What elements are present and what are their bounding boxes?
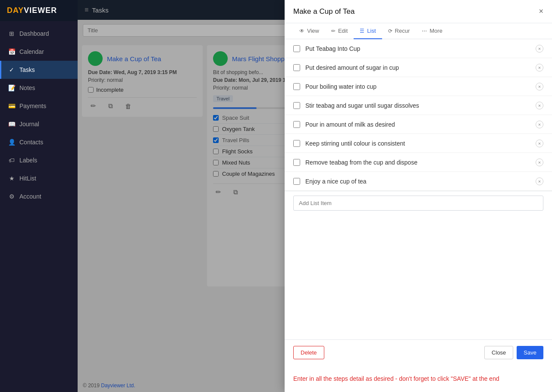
sidebar-item-label: Account [19, 193, 41, 200]
list-item-text: Enjoy a nice cup of tea [305, 178, 530, 185]
sidebar-item-hitlist[interactable]: ★ HitList [0, 169, 78, 187]
list-item-remove-button[interactable]: × [536, 82, 543, 90]
modal-footer-right: Close Save [484, 346, 543, 359]
account-icon: ⚙ [8, 193, 15, 200]
tab-recur[interactable]: ⟳ Recur [382, 23, 416, 39]
sidebar-item-label: Notes [19, 84, 35, 91]
list-item-checkbox[interactable] [293, 102, 300, 109]
tab-more[interactable]: ⋯ More [416, 23, 448, 39]
list-row: Keep stirring until colour is consistent… [285, 134, 552, 153]
dashboard-icon: ⊞ [8, 30, 15, 37]
list-item-text: Put Teabag Into Cup [305, 45, 530, 52]
list-item-text: Put desired amount of sugar in cup [305, 64, 530, 71]
list-item-remove-button[interactable]: × [536, 63, 543, 72]
modal-header: Make a Cup of Tea × [285, 0, 552, 23]
payments-icon: 💳 [8, 103, 15, 109]
list-item-text: Keep stirring until colour is consistent [305, 140, 530, 147]
tab-edit-label: Edit [338, 28, 348, 34]
edit-tab-icon: ✏ [331, 28, 336, 34]
labels-icon: 🏷 [8, 157, 15, 164]
list-item-checkbox[interactable] [293, 140, 300, 147]
sidebar-item-label: Dashboard [19, 30, 49, 37]
sidebar-item-label: HitList [19, 175, 36, 182]
list-item-remove-button[interactable]: × [536, 101, 543, 109]
sidebar-item-labels[interactable]: 🏷 Labels [0, 151, 78, 169]
hint-text: Enter in all the steps detail as desired… [285, 365, 552, 392]
list-tab-icon: ☰ [360, 28, 364, 34]
modal-tabs: 👁 View ✏ Edit ☰ List ⟳ Recur ⋯ More [285, 23, 552, 39]
list-item-text: Remove teabag from the cup and dispose [305, 159, 530, 166]
sidebar-item-journal[interactable]: 📖 Journal [0, 115, 78, 133]
list-item-remove-button[interactable]: × [536, 139, 543, 147]
tab-recur-label: Recur [395, 28, 410, 34]
list-item-checkbox[interactable] [293, 159, 300, 166]
notes-icon: 📝 [8, 84, 15, 91]
list-item-remove-button[interactable]: × [536, 44, 543, 53]
sidebar-item-tasks[interactable]: ✓ Tasks [0, 61, 78, 79]
recur-tab-icon: ⟳ [388, 28, 392, 34]
tab-list-label: List [367, 28, 376, 34]
modal-footer: Delete Close Save [285, 339, 552, 365]
sidebar-item-payments[interactable]: 💳 Payments [0, 97, 78, 115]
sidebar: DAYVIEWER ⊞ Dashboard 📅 Calendar ✓ Tasks… [0, 0, 78, 392]
list-item-remove-button[interactable]: × [536, 120, 543, 128]
tab-list[interactable]: ☰ List [354, 23, 382, 39]
list-item-checkbox[interactable] [293, 83, 300, 90]
list-item-checkbox[interactable] [293, 121, 300, 128]
list-row: Pour in amount of milk as desired× [285, 115, 552, 134]
list-item-text: Stir teabag and sugar until sugar dissol… [305, 102, 530, 109]
list-row: Stir teabag and sugar until sugar dissol… [285, 96, 552, 115]
tasks-icon: ✓ [8, 66, 15, 73]
modal-body: Put Teabag Into Cup×Put desired amount o… [285, 39, 552, 339]
sidebar-item-notes[interactable]: 📝 Notes [0, 79, 78, 97]
tab-edit[interactable]: ✏ Edit [325, 23, 354, 39]
calendar-icon: 📅 [8, 48, 15, 55]
sidebar-item-account[interactable]: ⚙ Account [0, 187, 78, 205]
contacts-icon: 👤 [8, 139, 15, 146]
sidebar-item-calendar[interactable]: 📅 Calendar [0, 43, 78, 61]
logo-day: DAY [7, 6, 24, 15]
more-tab-icon: ⋯ [422, 28, 427, 34]
close-button[interactable]: Close [484, 346, 513, 359]
save-button[interactable]: Save [517, 346, 543, 359]
list-row: Remove teabag from the cup and dispose× [285, 153, 552, 172]
sidebar-item-contacts[interactable]: 👤 Contacts [0, 133, 78, 151]
sidebar-item-label: Calendar [19, 48, 44, 55]
delete-button[interactable]: Delete [293, 346, 324, 359]
logo-viewer: VIEWER [24, 6, 57, 15]
list-row: Enjoy a nice cup of tea× [285, 172, 552, 191]
modal-title: Make a Cup of Tea [293, 7, 354, 16]
list-row: Put Teabag Into Cup× [285, 39, 552, 58]
logo: DAYVIEWER [0, 0, 78, 21]
add-list-item-input[interactable] [293, 196, 543, 211]
journal-icon: 📖 [8, 121, 15, 128]
sidebar-nav: ⊞ Dashboard 📅 Calendar ✓ Tasks 📝 Notes 💳… [0, 21, 78, 392]
list-row: Pour boiling water into cup× [285, 77, 552, 96]
list-item-checkbox[interactable] [293, 178, 300, 185]
tab-view-label: View [307, 28, 319, 34]
list-item-text: Pour in amount of milk as desired [305, 121, 530, 128]
list-item-text: Pour boiling water into cup [305, 83, 530, 90]
add-item-row [285, 191, 552, 215]
tab-more-label: More [430, 28, 442, 34]
modal-list-rows: Put Teabag Into Cup×Put desired amount o… [285, 39, 552, 191]
sidebar-item-label: Labels [19, 157, 37, 164]
view-tab-icon: 👁 [299, 28, 304, 34]
sidebar-item-dashboard[interactable]: ⊞ Dashboard [0, 25, 78, 43]
list-item-checkbox[interactable] [293, 64, 300, 71]
sidebar-item-label: Contacts [19, 139, 43, 146]
modal-close-button[interactable]: × [539, 7, 543, 16]
hitlist-icon: ★ [8, 175, 15, 182]
list-row: Put desired amount of sugar in cup× [285, 58, 552, 77]
sidebar-item-label: Tasks [19, 66, 35, 73]
list-item-remove-button[interactable]: × [536, 177, 543, 185]
tab-view[interactable]: 👁 View [293, 23, 325, 39]
list-item-checkbox[interactable] [293, 45, 300, 52]
list-item-remove-button[interactable]: × [536, 158, 543, 166]
sidebar-item-label: Journal [19, 121, 39, 128]
modal-panel: Make a Cup of Tea × 👁 View ✏ Edit ☰ List… [285, 0, 552, 392]
sidebar-item-label: Payments [19, 103, 46, 109]
